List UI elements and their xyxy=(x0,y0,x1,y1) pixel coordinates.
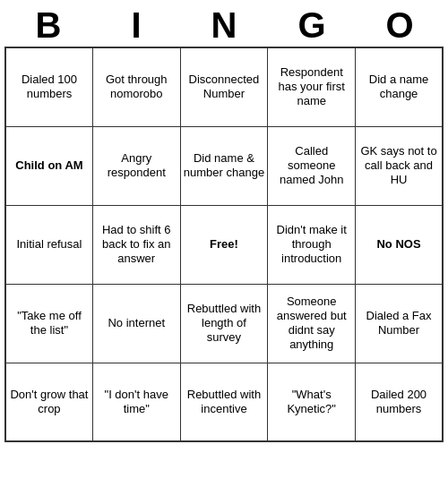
bingo-letter-n: N xyxy=(180,5,268,45)
grid-cell-4-0: Don't grow that crop xyxy=(5,363,92,441)
grid-row-4: Don't grow that crop"I don't have time"R… xyxy=(5,363,443,441)
grid-cell-3-3: Someone answered but didnt say anything xyxy=(268,284,356,363)
grid-row-0: Dialed 100 numbersGot through nomoroboDi… xyxy=(5,47,443,126)
grid-cell-3-4: Dialed a Fax Number xyxy=(356,284,443,363)
bingo-grid: Dialed 100 numbersGot through nomoroboDi… xyxy=(4,47,444,442)
grid-cell-3-1: No internet xyxy=(92,284,180,363)
grid-cell-1-3: Called someone named John xyxy=(268,126,356,205)
bingo-letter-i: I xyxy=(92,5,180,45)
grid-cell-4-3: "What's Kynetic?" xyxy=(268,363,356,441)
grid-cell-2-1: Had to shift 6 back to fix an answer xyxy=(92,205,180,284)
grid-cell-2-2: Free! xyxy=(180,205,268,284)
bingo-letter-o: O xyxy=(356,5,444,45)
grid-cell-3-0: "Take me off the list" xyxy=(5,284,92,363)
bingo-letter-b: B xyxy=(4,5,92,45)
grid-cell-2-0: Initial refusal xyxy=(5,205,92,284)
grid-cell-0-4: Did a name change xyxy=(356,47,443,126)
grid-cell-4-2: Rebuttled with incentive xyxy=(180,363,268,441)
bingo-header: BINGO xyxy=(4,5,444,45)
grid-cell-1-0: Child on AM xyxy=(5,126,92,205)
grid-cell-0-3: Respondent has your first name xyxy=(268,47,356,126)
grid-cell-4-4: Dailed 200 numbers xyxy=(356,363,443,441)
grid-cell-1-4: GK says not to call back and HU xyxy=(356,126,443,205)
grid-row-1: Child on AMAngry respondentDid name & nu… xyxy=(5,126,443,205)
grid-row-2: Initial refusalHad to shift 6 back to fi… xyxy=(5,205,443,284)
grid-cell-1-2: Did name & number change xyxy=(180,126,268,205)
grid-cell-4-1: "I don't have time" xyxy=(92,363,180,441)
grid-cell-2-4: No NOS xyxy=(356,205,443,284)
grid-cell-1-1: Angry respondent xyxy=(92,126,180,205)
grid-cell-0-0: Dialed 100 numbers xyxy=(5,47,92,126)
grid-cell-2-3: Didn't make it through introduction xyxy=(268,205,356,284)
bingo-letter-g: G xyxy=(268,5,356,45)
grid-row-3: "Take me off the list"No internetRebuttl… xyxy=(5,284,443,363)
grid-cell-0-1: Got through nomorobo xyxy=(92,47,180,126)
grid-cell-3-2: Rebuttled with length of survey xyxy=(180,284,268,363)
grid-cell-0-2: Disconnected Number xyxy=(180,47,268,126)
